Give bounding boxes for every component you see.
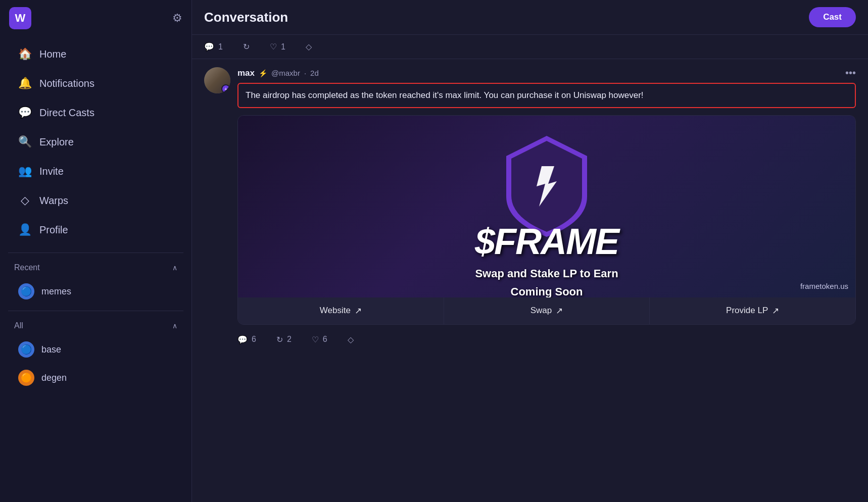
reply-icon: 💬 — [204, 42, 214, 52]
warp-action[interactable]: ◇ — [306, 42, 312, 52]
memes-emoji: 🔵 — [21, 286, 32, 297]
chat-icon: 💬 — [18, 106, 31, 119]
frame-btn-label-3: Provide LP — [726, 306, 768, 316]
bottom-reply-count: 6 — [252, 335, 256, 344]
frame-card: $FRAME Swap and Stake LP to Earn Coming … — [237, 115, 856, 325]
post-handle: @maxbr — [271, 69, 300, 77]
bottom-like-count: 6 — [323, 335, 327, 344]
sidebar-item-label: Warps — [39, 195, 68, 207]
reply-count: 1 — [218, 42, 223, 52]
recent-section-header: Recent ∧ — [0, 258, 191, 277]
sidebar-item-home[interactable]: 🏠 Home — [4, 39, 187, 69]
bell-icon: 🔔 — [18, 77, 31, 90]
channel-avatar-base: 🔵 — [18, 341, 34, 358]
frame-lp-button[interactable]: Provide LP ↗ — [650, 297, 855, 324]
external-link-icon-3: ↗ — [772, 306, 779, 316]
bottom-warp-action[interactable]: ◇ — [348, 335, 354, 344]
settings-button[interactable]: ⚙ — [172, 12, 182, 25]
frame-title: $FRAME — [475, 221, 618, 262]
frame-url: frametoken.us — [800, 282, 848, 290]
invite-icon: 👥 — [18, 165, 31, 178]
home-icon: 🏠 — [18, 47, 31, 61]
frame-btn-label-2: Swap — [531, 306, 552, 316]
bottom-recast-icon: ↻ — [276, 335, 283, 344]
frame-subtitle-2: Coming Soon — [475, 285, 618, 297]
chevron-up-icon: ∧ — [172, 264, 177, 272]
main-content: Conversation Cast 💬 1 ↻ ♡ 1 ◇ + max ⚡ @ — [192, 0, 868, 502]
like-count: 1 — [281, 42, 285, 52]
reply-action[interactable]: 💬 1 — [204, 42, 223, 52]
channel-item-degen[interactable]: 🟠 degen — [4, 364, 187, 392]
bottom-recast-action[interactable]: ↻ 2 — [276, 335, 292, 344]
chevron-up-icon-2: ∧ — [172, 322, 177, 330]
post-container: + max ⚡ @maxbr · 2d ••• The airdrop has … — [192, 59, 868, 360]
sidebar-item-notifications[interactable]: 🔔 Notifications — [4, 69, 187, 98]
frame-website-button[interactable]: Website ↗ — [238, 297, 444, 324]
sidebar-item-label: Notifications — [39, 78, 94, 89]
channel-item-base[interactable]: 🔵 base — [4, 335, 187, 364]
bottom-heart-icon: ♡ — [312, 335, 319, 344]
sidebar-item-label: Profile — [39, 224, 68, 236]
post-more-button[interactable]: ••• — [845, 67, 856, 79]
post-timestamp: 2d — [310, 69, 319, 77]
bottom-reply-icon: 💬 — [237, 335, 248, 344]
cast-button[interactable]: Cast — [809, 7, 856, 27]
bottom-diamond-icon: ◇ — [348, 335, 354, 344]
diamond-icon-bar: ◇ — [306, 42, 312, 52]
sidebar-item-label: Explore — [39, 136, 74, 148]
diamond-icon: ◇ — [18, 194, 31, 207]
channel-label: memes — [41, 286, 71, 297]
search-icon: 🔍 — [18, 135, 31, 148]
sidebar-item-label: Direct Casts — [39, 107, 94, 119]
sidebar-item-explore[interactable]: 🔍 Explore — [4, 127, 187, 157]
recast-icon: ↻ — [243, 42, 250, 52]
sidebar-item-profile[interactable]: 👤 Profile — [4, 215, 187, 244]
avatar: + — [204, 67, 230, 93]
main-header: Conversation Cast — [192, 0, 868, 35]
sidebar-item-direct-casts[interactable]: 💬 Direct Casts — [4, 98, 187, 127]
base-emoji: 🔵 — [21, 344, 32, 355]
recast-action[interactable]: ↻ — [243, 42, 250, 52]
post-username: max — [237, 68, 255, 78]
external-link-icon-2: ↗ — [556, 306, 563, 316]
sidebar-divider-2 — [8, 311, 183, 311]
sidebar-header: W ⚙ — [0, 0, 191, 36]
degen-emoji: 🟠 — [21, 372, 32, 383]
channel-label: base — [41, 344, 61, 355]
sidebar-item-warps[interactable]: ◇ Warps — [4, 186, 187, 215]
sidebar-item-invite[interactable]: 👥 Invite — [4, 157, 187, 186]
cast-actions-bar: 💬 1 ↻ ♡ 1 ◇ — [192, 35, 868, 59]
post-meta: max ⚡ @maxbr · 2d ••• — [237, 67, 856, 79]
verified-icon: ⚡ — [259, 69, 267, 77]
bottom-reply-action[interactable]: 💬 6 — [237, 335, 256, 344]
sidebar-divider — [8, 253, 183, 253]
all-section-header: All ∧ — [0, 316, 191, 335]
channel-item-memes[interactable]: 🔵 memes — [4, 277, 187, 306]
frame-swap-button[interactable]: Swap ↗ — [444, 297, 650, 324]
channel-label: degen — [41, 373, 67, 383]
main-nav: 🏠 Home 🔔 Notifications 💬 Direct Casts 🔍 … — [0, 36, 191, 247]
channel-avatar-degen: 🟠 — [18, 370, 34, 386]
external-link-icon-1: ↗ — [355, 306, 362, 316]
frame-image-inner: $FRAME Swap and Stake LP to Earn Coming … — [238, 116, 855, 297]
sidebar-item-label: Invite — [39, 166, 64, 177]
page-title: Conversation — [204, 10, 288, 25]
post-text: The airdrop has completed as the token r… — [237, 83, 856, 108]
post-bottom-actions: 💬 6 ↻ 2 ♡ 6 ◇ — [237, 328, 856, 352]
logo-button[interactable]: W — [9, 7, 31, 29]
sidebar-item-label: Home — [39, 48, 66, 60]
post-content: max ⚡ @maxbr · 2d ••• The airdrop has co… — [237, 67, 856, 352]
profile-icon: 👤 — [18, 223, 31, 236]
frame-subtitle-1: Swap and Stake LP to Earn — [475, 267, 618, 280]
all-label: All — [14, 321, 23, 330]
avatar-badge: + — [221, 84, 230, 93]
like-action[interactable]: ♡ 1 — [270, 42, 285, 52]
frame-image: $FRAME Swap and Stake LP to Earn Coming … — [238, 116, 855, 297]
frame-btn-label-1: Website — [320, 306, 351, 316]
heart-icon: ♡ — [270, 42, 277, 52]
frame-buttons: Website ↗ Swap ↗ Provide LP ↗ — [238, 297, 855, 324]
bottom-like-action[interactable]: ♡ 6 — [312, 335, 327, 344]
channel-avatar-memes: 🔵 — [18, 283, 34, 299]
bottom-recast-count: 2 — [287, 335, 292, 344]
post-time: · — [304, 69, 306, 77]
